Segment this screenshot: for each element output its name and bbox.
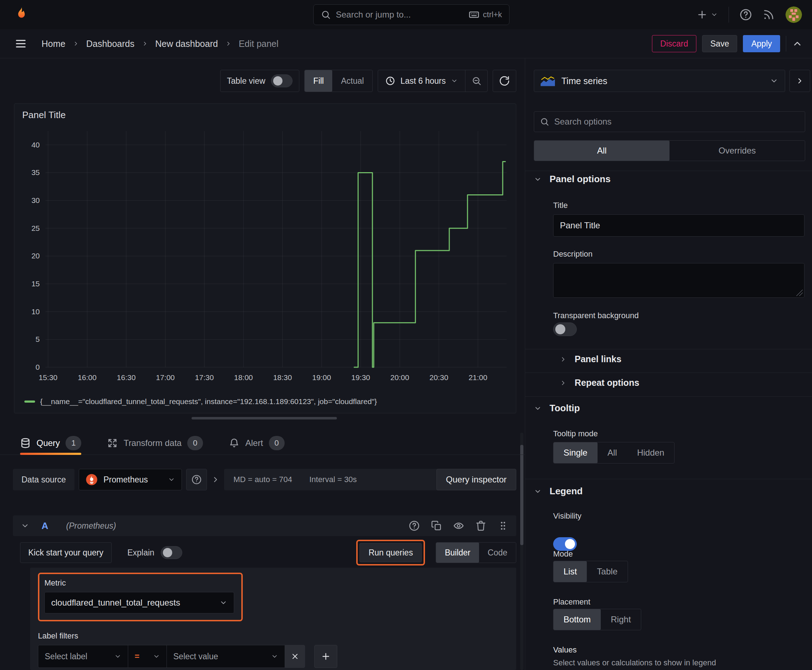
help-button[interactable] <box>740 8 752 21</box>
database-icon <box>20 438 31 448</box>
fill-actual-switcher: Fill Actual <box>304 70 373 92</box>
drag-query-handle[interactable] <box>498 520 509 531</box>
news-button[interactable] <box>763 8 775 21</box>
legend-visibility-toggle[interactable] <box>553 537 577 551</box>
placement-right-option[interactable]: Right <box>601 609 641 630</box>
explain-label: Explain <box>127 548 154 558</box>
add-new-button[interactable] <box>696 9 718 20</box>
tab-all-options[interactable]: All <box>534 140 670 161</box>
grafana-logo-icon[interactable] <box>13 6 30 23</box>
hide-response-button[interactable] <box>453 520 464 531</box>
breadcrumb: Home Dashboards New dashboard Edit panel <box>42 39 278 49</box>
scrollbar-thumb[interactable] <box>520 445 524 545</box>
breadcrumb-new-dashboard[interactable]: New dashboard <box>155 39 218 49</box>
tab-alert[interactable]: Alert 0 <box>229 431 284 455</box>
transparent-background-toggle[interactable] <box>553 323 577 336</box>
editor-tabs: Query 1 Transform data 0 Alert 0 <box>0 431 525 455</box>
run-queries-button[interactable]: Run queries <box>359 543 422 562</box>
chevron-down-icon <box>534 175 542 183</box>
svg-text:16:00: 16:00 <box>78 373 97 382</box>
save-button[interactable]: Save <box>702 35 737 52</box>
svg-text:10: 10 <box>32 308 40 316</box>
legend-item[interactable]: {__name__="cloudflared_tunnel_total_requ… <box>24 397 377 406</box>
breadcrumb-home[interactable]: Home <box>42 39 66 49</box>
panel-title[interactable]: Panel Title <box>22 110 66 121</box>
visualization-name: Time series <box>561 76 763 86</box>
code-option[interactable]: Code <box>479 543 516 563</box>
apply-button[interactable]: Apply <box>743 35 780 52</box>
options-search-input[interactable] <box>554 117 799 127</box>
tab-transform-data[interactable]: Transform data 0 <box>107 431 203 455</box>
time-range-picker[interactable]: Last 6 hours <box>378 70 465 91</box>
collapse-header-button[interactable] <box>792 38 803 49</box>
explain-toggle[interactable] <box>161 546 182 559</box>
query-builder-body: Metric cloudflared_tunnel_total_requests… <box>30 568 516 670</box>
menu-toggle-button[interactable] <box>14 37 27 50</box>
kick-start-query-button[interactable]: Kick start your query <box>20 542 112 563</box>
discard-button[interactable]: Discard <box>652 35 696 52</box>
description-textarea[interactable] <box>553 263 805 298</box>
chevron-up-icon <box>792 38 803 49</box>
select-value-dropdown[interactable]: Select value <box>167 645 285 668</box>
duplicate-query-button[interactable] <box>431 520 442 531</box>
resize-corner-icon[interactable] <box>796 289 803 296</box>
breadcrumb-dashboards[interactable]: Dashboards <box>86 39 135 49</box>
zoom-out-button[interactable] <box>465 70 487 91</box>
legend-placement-switcher: Bottom Right <box>553 609 641 630</box>
mode-table-option[interactable]: Table <box>587 561 627 582</box>
user-avatar[interactable] <box>785 7 802 23</box>
datasource-help-button[interactable] <box>186 469 207 490</box>
metric-label: Metric <box>44 579 234 588</box>
global-search-input[interactable]: Search or jump to... ctrl+k <box>313 4 509 25</box>
query-row-header[interactable]: A (Prometheus) <box>13 515 516 536</box>
scrollbar-track <box>520 433 524 670</box>
svg-text:35: 35 <box>32 168 40 176</box>
refresh-button[interactable] <box>493 70 516 92</box>
options-search <box>534 111 805 132</box>
tooltip-title: Tooltip <box>549 403 580 414</box>
bell-icon <box>229 438 239 448</box>
actual-option[interactable]: Actual <box>332 70 372 91</box>
query-help-button[interactable] <box>409 520 420 531</box>
add-filter-button[interactable] <box>314 645 337 668</box>
select-label-dropdown[interactable]: Select label <box>38 645 128 668</box>
table-view-toggle[interactable] <box>271 74 293 87</box>
tab-query[interactable]: Query 1 <box>20 431 81 455</box>
section-divider <box>525 349 812 349</box>
panel-links-section[interactable]: Panel links <box>559 354 622 364</box>
repeat-options-section[interactable]: Repeat options <box>559 377 639 388</box>
tooltip-all-option[interactable]: All <box>598 442 627 463</box>
query-ref-id: A <box>42 520 48 531</box>
tooltip-section[interactable]: Tooltip <box>534 403 580 414</box>
legend-placement-label: Placement <box>553 597 590 607</box>
time-series-chart: 051015202530354015:3016:0016:3017:0017:3… <box>19 125 511 386</box>
datasource-select[interactable]: Prometheus <box>79 469 182 490</box>
panel-options-section[interactable]: Panel options <box>534 174 610 185</box>
tooltip-single-option[interactable]: Single <box>554 442 598 463</box>
fill-option[interactable]: Fill <box>305 70 332 91</box>
expand-options-button[interactable] <box>211 475 220 484</box>
remove-filter-button[interactable] <box>285 645 305 668</box>
chevron-right-icon <box>142 41 148 47</box>
svg-text:18:00: 18:00 <box>234 373 253 382</box>
panel-title-input[interactable] <box>553 214 805 237</box>
topbar-divider <box>729 7 729 22</box>
legend-section[interactable]: Legend <box>534 486 583 497</box>
svg-text:20:00: 20:00 <box>390 373 409 382</box>
section-divider <box>525 171 812 171</box>
mode-list-option[interactable]: List <box>554 561 587 582</box>
builder-option[interactable]: Builder <box>436 543 479 563</box>
visualization-picker[interactable]: Time series <box>534 70 785 92</box>
tab-overrides[interactable]: Overrides <box>670 140 805 161</box>
select-value-placeholder: Select value <box>173 652 218 662</box>
metric-select[interactable]: cloudflared_tunnel_total_requests <box>44 592 234 613</box>
chevron-down-icon <box>21 521 29 530</box>
time-series-viz-icon <box>541 76 555 86</box>
query-inspector-button[interactable]: Query inspector <box>436 469 516 490</box>
remove-query-button[interactable] <box>475 520 486 531</box>
panel-resize-handle[interactable] <box>192 417 337 420</box>
placement-bottom-option[interactable]: Bottom <box>554 609 601 630</box>
collapse-options-button[interactable] <box>790 70 810 92</box>
tooltip-hidden-option[interactable]: Hidden <box>627 442 674 463</box>
operator-dropdown[interactable]: = <box>128 645 167 668</box>
